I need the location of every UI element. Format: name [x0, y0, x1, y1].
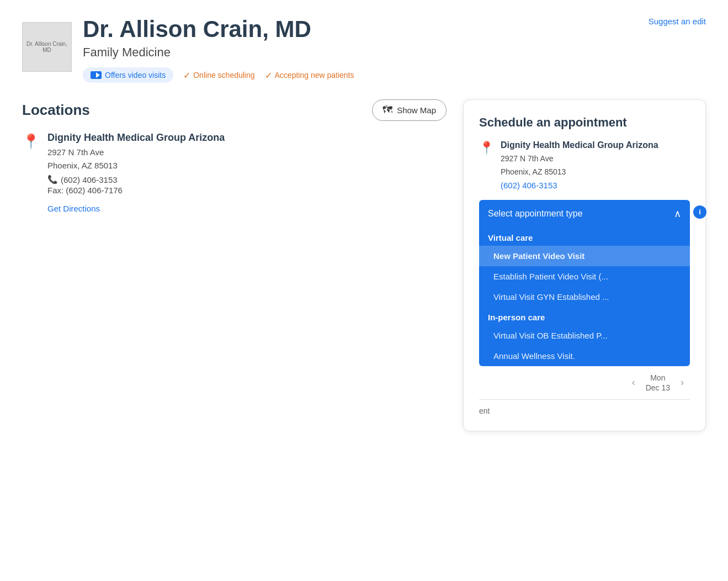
option-new-patient-video[interactable]: New Patient Video Visit	[479, 246, 690, 266]
location-phone: 📞 (602) 406-3153	[47, 175, 447, 184]
location-details: Dignity Health Medical Group Arizona 292…	[47, 132, 447, 213]
location-address1: 2927 N 7th Ave	[47, 146, 447, 159]
locations-header: Locations 🗺 Show Map	[22, 99, 447, 121]
main-content: Locations 🗺 Show Map 📍 Dignity Health Me…	[0, 94, 728, 453]
date-navigation: ‹ MonDec 13 ›	[479, 373, 690, 393]
phone-number: (602) 406-3153	[61, 175, 118, 184]
location-fax: Fax: (602) 406-7176	[47, 186, 447, 195]
schedule-location-info: Dignity Health Medical Group Arizona 292…	[501, 140, 658, 190]
online-scheduling-badge: ✓ Online scheduling	[183, 70, 254, 81]
phone-icon: 📞	[47, 175, 58, 184]
schedule-location-phone: (602) 406-3153	[501, 181, 658, 190]
badges-row: Offers video visits ✓ Online scheduling …	[83, 67, 706, 83]
online-scheduling-label: Online scheduling	[193, 71, 254, 80]
check-icon-scheduling: ✓	[183, 70, 190, 81]
schedule-location: 📍 Dignity Health Medical Group Arizona 2…	[479, 140, 690, 190]
map-icon: 🗺	[382, 104, 392, 116]
option-establish-patient-video[interactable]: Establish Patient Video Visit (...	[479, 266, 690, 287]
doctor-specialty: Family Medicine	[83, 45, 706, 60]
video-camera-icon	[91, 71, 102, 79]
show-map-button[interactable]: 🗺 Show Map	[372, 99, 447, 121]
left-panel: Locations 🗺 Show Map 📍 Dignity Health Me…	[22, 99, 447, 431]
next-date-arrow[interactable]: ›	[674, 375, 690, 390]
option-virtual-ob[interactable]: Virtual Visit OB Established P...	[479, 325, 690, 346]
dropdown-label: Select appointment type	[488, 209, 583, 219]
schedule-location-name: Dignity Health Medical Group Arizona	[501, 140, 658, 151]
schedule-pin-icon: 📍	[479, 141, 494, 155]
accepting-patients-label: Accepting new patients	[275, 71, 354, 80]
suggest-edit-link[interactable]: Suggest an edit	[649, 17, 706, 26]
video-visits-badge: Offers video visits	[83, 67, 173, 83]
get-directions-link[interactable]: Get Directions	[47, 204, 447, 213]
no-appointment-text: ent	[479, 406, 690, 415]
location-name: Dignity Health Medical Group Arizona	[47, 132, 447, 144]
right-panel: Schedule an appointment 📍 Dignity Health…	[463, 99, 706, 431]
appointment-dropdown-list: Virtual care New Patient Video Visit Est…	[479, 228, 690, 366]
location-item: 📍 Dignity Health Medical Group Arizona 2…	[22, 132, 447, 213]
current-date: MonDec 13	[646, 373, 670, 393]
prev-date-arrow[interactable]: ‹	[626, 375, 641, 390]
doctor-photo: Dr. Allison Crain, MD	[22, 22, 72, 72]
chevron-up-icon: ∧	[674, 208, 681, 220]
page-header: Dr. Allison Crain, MD Dr. Allison Crain,…	[0, 0, 728, 94]
locations-title: Locations	[22, 102, 90, 119]
doctor-name: Dr. Allison Crain, MD	[83, 17, 706, 42]
video-visits-label: Offers video visits	[105, 71, 166, 80]
schedule-location-addr2: Phoenix, AZ 85013	[501, 166, 658, 178]
location-pin-icon: 📍	[22, 133, 40, 150]
in-person-care-category: In-person care	[479, 307, 690, 325]
divider	[479, 399, 690, 400]
option-annual-wellness[interactable]: Annual Wellness Visit.	[479, 346, 690, 366]
schedule-panel: Schedule an appointment 📍 Dignity Health…	[463, 99, 706, 431]
info-button[interactable]: i	[693, 205, 706, 219]
option-virtual-gyn[interactable]: Virtual Visit GYN Established ...	[479, 287, 690, 307]
appointment-type-container: Select appointment type ∧ i Virtual care…	[479, 200, 690, 366]
show-map-label: Show Map	[397, 105, 436, 115]
check-icon-patients: ✓	[265, 70, 272, 81]
virtual-care-category: Virtual care	[479, 228, 690, 246]
location-address2: Phoenix, AZ 85013	[47, 159, 447, 172]
doctor-info: Dr. Allison Crain, MD Family Medicine Of…	[83, 17, 706, 83]
schedule-title: Schedule an appointment	[479, 115, 690, 130]
schedule-location-addr1: 2927 N 7th Ave	[501, 152, 658, 165]
appointment-type-dropdown[interactable]: Select appointment type ∧	[479, 200, 690, 228]
accepting-patients-badge: ✓ Accepting new patients	[265, 70, 354, 81]
